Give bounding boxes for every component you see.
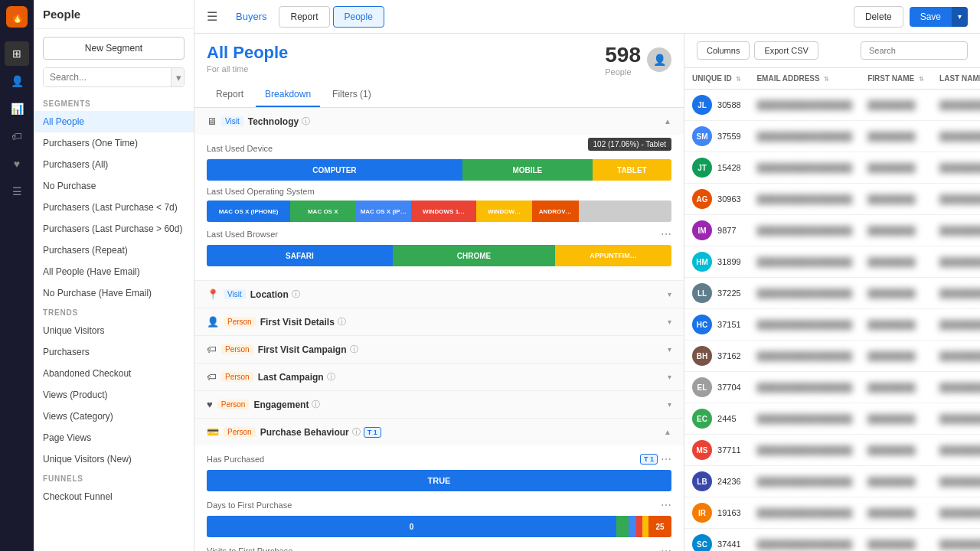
- has-purchased-menu[interactable]: ⋯: [661, 453, 671, 465]
- location-chevron: ▾: [668, 290, 671, 298]
- cell-first-name: ████████: [860, 278, 932, 309]
- visits-to-first-purchase-menu[interactable]: ⋯: [661, 545, 671, 551]
- segment-no-purchase-have-email[interactable]: No Purchase (Have Email): [34, 282, 194, 304]
- table-row[interactable]: MS 37711 ████████████████ ████████ █████…: [684, 435, 980, 466]
- table-row[interactable]: AG 30963 ████████████████ ████████ █████…: [684, 184, 980, 215]
- technology-section-header[interactable]: 🖥 Visit Technology ⓘ ▲: [194, 108, 684, 135]
- has-purchased-label: Has Purchased T 1 ⋯: [207, 453, 671, 465]
- table-row[interactable]: JT 15428 ████████████████ ████████ █████…: [684, 152, 980, 184]
- cell-last-name: ████████: [932, 309, 980, 341]
- content-area: All People For all time 598 People 👤 Rep…: [194, 34, 980, 551]
- table-row[interactable]: IM 9877 ████████████████ ████████ ██████…: [684, 215, 980, 246]
- table-row[interactable]: LB 24236 ████████████████ ████████ █████…: [684, 466, 980, 497]
- trend-abandoned-checkout[interactable]: Abandoned Checkout: [34, 363, 194, 384]
- trend-unique-visitors-new[interactable]: Unique Visitors (New): [34, 448, 194, 470]
- purchase-behaviour-title: Purchase Behaviour: [260, 427, 349, 438]
- nav-icon-chart[interactable]: 📊: [5, 96, 29, 121]
- save-button-dropdown[interactable]: ▾: [952, 7, 968, 27]
- cell-email: ████████████████: [749, 215, 860, 246]
- segment-all-people[interactable]: All People: [34, 111, 194, 132]
- segment-search-input[interactable]: [44, 68, 171, 86]
- table-row[interactable]: SM 37559 ████████████████ ████████ █████…: [684, 121, 980, 152]
- last-used-device-chart: 102 (17.06%) - Tablet COMPUTER MOBILE TA…: [207, 159, 671, 181]
- nav-icon-heart[interactable]: ♥: [5, 152, 29, 176]
- days-2-bar: [629, 516, 636, 537]
- funnel-checkout[interactable]: Checkout Funnel: [34, 486, 194, 507]
- technology-section: 🖥 Visit Technology ⓘ ▲ Last Used Device …: [194, 108, 684, 281]
- trend-views-category[interactable]: Views (Category): [34, 406, 194, 427]
- table-row[interactable]: IR 19163 ████████████████ ████████ █████…: [684, 497, 980, 529]
- table-search-input[interactable]: [861, 41, 968, 60]
- people-avatar-icon: 👤: [647, 47, 671, 72]
- export-csv-button[interactable]: Export CSV: [754, 41, 818, 60]
- people-tab-button[interactable]: People: [333, 6, 384, 28]
- segment-no-purchase[interactable]: No Purchase: [34, 175, 194, 197]
- nav-icon-tag[interactable]: 🏷: [5, 124, 29, 148]
- tab-filters[interactable]: Filters (1): [323, 83, 381, 107]
- first-name-sort-icon: ⇅: [919, 76, 924, 83]
- tablet-bar: TABLET: [593, 159, 671, 181]
- col-unique-id[interactable]: UNIQUE ID ⇅: [684, 68, 749, 90]
- cell-id: SC 37441: [684, 529, 749, 552]
- cell-id: HC 37151: [684, 309, 749, 341]
- table-row[interactable]: HM 31899 ████████████████ ████████ █████…: [684, 246, 980, 278]
- last-used-browser-menu[interactable]: ⋯: [661, 228, 671, 240]
- main-content: ☰ Buyers Report People Delete Save ▾ All…: [194, 0, 980, 551]
- table-row[interactable]: BH 37162 ████████████████ ████████ █████…: [684, 341, 980, 372]
- row-avatar: HC: [692, 315, 712, 334]
- table-row[interactable]: JL 30588 ████████████████ ████████ █████…: [684, 90, 980, 121]
- cell-email: ████████████████: [749, 403, 860, 435]
- hamburger-icon[interactable]: ☰: [207, 9, 217, 24]
- save-button-main[interactable]: Save: [910, 7, 952, 27]
- browser-bar-chart: SAFARI CHROME APPUNTFIM…: [207, 245, 671, 266]
- table-header-row: UNIQUE ID ⇅ EMAIL ADDRESS ⇅ FIRST NAME ⇅…: [684, 68, 980, 90]
- technology-info-icon: ⓘ: [302, 116, 310, 127]
- last-campaign-header[interactable]: 🏷 Person Last Campaign ⓘ ▾: [194, 364, 684, 390]
- nav-icon-home[interactable]: ⊞: [5, 41, 29, 66]
- segment-purchasers-last-60d[interactable]: Purchasers (Last Purchase > 60d): [34, 218, 194, 240]
- top-bar: ☰ Buyers Report People Delete Save ▾: [194, 0, 980, 34]
- delete-button[interactable]: Delete: [854, 6, 903, 28]
- segment-purchasers-last-7d[interactable]: Purchasers (Last Purchase < 7d): [34, 197, 194, 218]
- table-row[interactable]: HC 37151 ████████████████ ████████ █████…: [684, 309, 980, 341]
- buyers-link[interactable]: Buyers: [227, 0, 276, 34]
- segment-purchasers-one-time[interactable]: Purchasers (One Time): [34, 132, 194, 154]
- trend-page-views[interactable]: Page Views: [34, 427, 194, 448]
- last-used-browser-label: Last Used Browser ⋯: [207, 228, 671, 240]
- segment-purchasers-repeat[interactable]: Purchasers (Repeat): [34, 240, 194, 261]
- col-first-name[interactable]: FIRST NAME ⇅: [860, 68, 932, 90]
- visits-to-first-purchase-label: Visits to First Purchase ⋯: [207, 545, 671, 551]
- trend-views-product[interactable]: Views (Product): [34, 384, 194, 406]
- days-to-first-purchase-menu[interactable]: ⋯: [661, 499, 671, 511]
- trend-unique-visitors[interactable]: Unique Visitors: [34, 320, 194, 341]
- location-section-header[interactable]: 📍 Visit Location ⓘ ▾: [194, 281, 684, 308]
- cell-first-name: ████████: [860, 309, 932, 341]
- tab-report[interactable]: Report: [207, 83, 253, 107]
- tag-icon-1: 🏷: [207, 344, 217, 355]
- table-row[interactable]: SC 37441 ████████████████ ████████ █████…: [684, 529, 980, 552]
- col-email[interactable]: EMAIL ADDRESS ⇅: [749, 68, 860, 90]
- first-visit-details-header[interactable]: 👤 Person First Visit Details ⓘ ▾: [194, 308, 684, 335]
- os-bar-chart: MAC OS X (IPHONE) MAC OS X MAC OS X (IP……: [207, 201, 671, 222]
- new-segment-button[interactable]: New Segment: [43, 37, 185, 60]
- os-other-bar: [579, 201, 671, 222]
- table-row[interactable]: EC 2445 ████████████████ ████████ ██████…: [684, 403, 980, 435]
- table-row[interactable]: LL 37225 ████████████████ ████████ █████…: [684, 278, 980, 309]
- nav-icon-list[interactable]: ☰: [5, 179, 29, 204]
- cell-id: EC 2445: [684, 403, 749, 435]
- engagement-header[interactable]: ♥ Person Engagement ⓘ ▾: [194, 391, 684, 418]
- table-row[interactable]: EL 37704 ████████████████ ████████ █████…: [684, 372, 980, 403]
- trend-purchasers[interactable]: Purchasers: [34, 341, 194, 363]
- search-dropdown-icon[interactable]: ▾: [171, 68, 185, 86]
- segment-purchasers-all[interactable]: Purchasers (All): [34, 154, 194, 175]
- columns-button[interactable]: Columns: [697, 41, 750, 60]
- col-last-name[interactable]: LAST NAME ⇅: [932, 68, 980, 90]
- first-visit-campaign-header[interactable]: 🏷 Person First Visit Campaign ⓘ ▾: [194, 336, 684, 363]
- nav-icon-people[interactable]: 👤: [5, 69, 29, 93]
- tab-breakdown[interactable]: Breakdown: [256, 83, 320, 107]
- segment-all-have-email[interactable]: All People (Have Email): [34, 261, 194, 282]
- purchase-behaviour-header[interactable]: 💳 Person Purchase Behaviour ⓘ T 1 ▲: [194, 419, 684, 445]
- report-tab-button[interactable]: Report: [279, 6, 329, 28]
- cell-first-name: ████████: [860, 215, 932, 246]
- breakdown-header: All People For all time 598 People 👤: [194, 34, 684, 77]
